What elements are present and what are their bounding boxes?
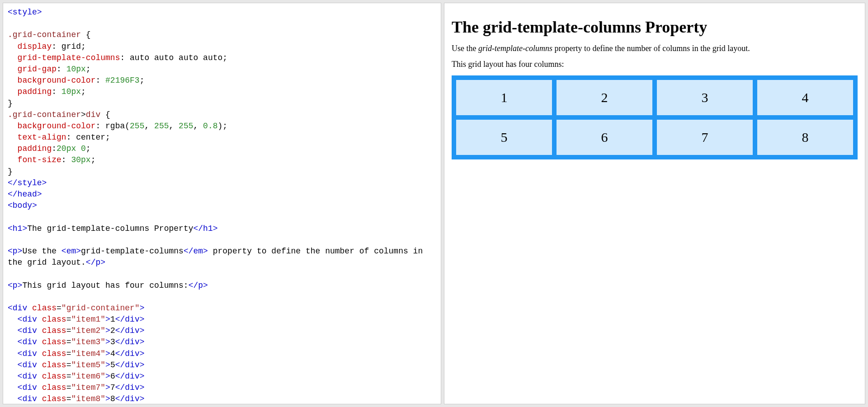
grid-cell: 3 (657, 80, 753, 115)
para1-post: property to define the number of columns… (552, 44, 750, 53)
grid-cell: 8 (757, 120, 853, 155)
grid-cell: 5 (456, 120, 552, 155)
grid-cell: 1 (456, 80, 552, 115)
para1-pre: Use the (452, 44, 478, 53)
code-editor[interactable]: <style> .grid-container { display: grid;… (3, 3, 441, 404)
grid-cell: 4 (757, 80, 853, 115)
grid-cell: 2 (557, 80, 652, 115)
code-text[interactable]: <style> .grid-container { display: grid;… (8, 7, 436, 404)
editor-workspace: <style> .grid-container { display: grid;… (0, 0, 868, 407)
grid-container: 1 2 3 4 5 6 7 8 (452, 75, 858, 159)
preview-panel: The grid-template-columns Property Use t… (444, 3, 865, 404)
grid-cell: 6 (557, 120, 652, 155)
preview-heading: The grid-template-columns Property (452, 18, 858, 37)
preview-paragraph-1: Use the grid-template-columns property t… (452, 44, 858, 53)
para1-em: grid-template-columns (478, 44, 552, 53)
preview-body: The grid-template-columns Property Use t… (444, 3, 865, 165)
grid-cell: 7 (657, 120, 753, 155)
preview-paragraph-2: This grid layout has four columns: (452, 60, 858, 69)
code-editor-panel: <style> .grid-container { display: grid;… (3, 3, 441, 404)
